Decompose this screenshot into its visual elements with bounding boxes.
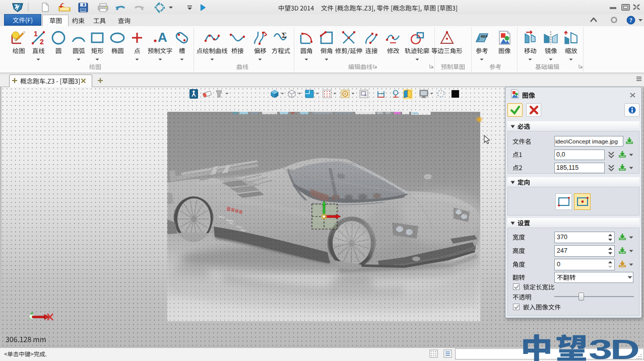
- svg-text:A: A: [158, 30, 167, 45]
- svg-text:2: 2: [40, 38, 44, 46]
- svg-text:REF: REF: [481, 35, 488, 38]
- svg-text:?: ?: [629, 17, 632, 24]
- svg-text:D: D: [610, 334, 640, 361]
- svg-text:Σ: Σ: [282, 31, 287, 39]
- svg-text:3: 3: [589, 334, 612, 361]
- svg-text:1: 1: [34, 30, 38, 38]
